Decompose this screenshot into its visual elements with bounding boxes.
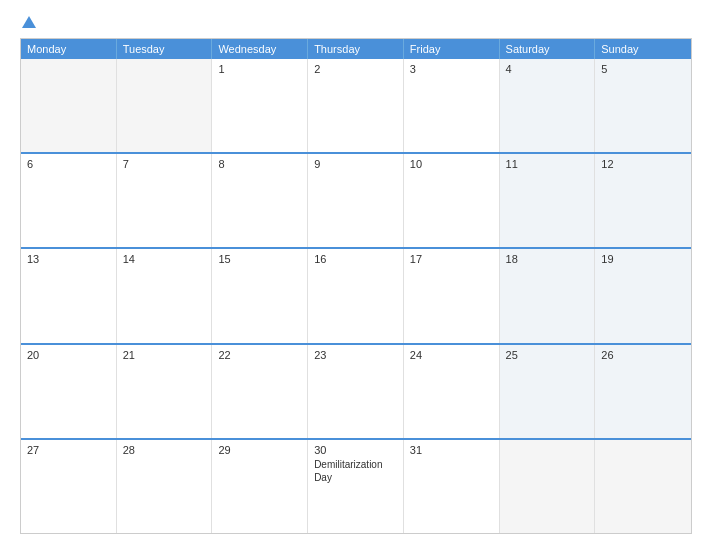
day-number: 10 [410,158,493,170]
calendar-cell: 13 [21,249,117,342]
header-day-sunday: Sunday [595,39,691,59]
calendar-cell: 25 [500,345,596,438]
day-number: 12 [601,158,685,170]
calendar-week-3: 13141516171819 [21,247,691,342]
day-number: 1 [218,63,301,75]
day-number: 29 [218,444,301,456]
day-number: 25 [506,349,589,361]
page-header [20,16,692,28]
calendar-cell: 21 [117,345,213,438]
calendar-cell: 10 [404,154,500,247]
day-number: 3 [410,63,493,75]
day-event: Demilitarization Day [314,458,397,484]
header-day-tuesday: Tuesday [117,39,213,59]
calendar-page: MondayTuesdayWednesdayThursdayFridaySatu… [0,0,712,550]
calendar-cell: 6 [21,154,117,247]
day-number: 7 [123,158,206,170]
header-day-thursday: Thursday [308,39,404,59]
day-number: 18 [506,253,589,265]
day-number: 13 [27,253,110,265]
header-day-wednesday: Wednesday [212,39,308,59]
day-number: 15 [218,253,301,265]
calendar-cell: 11 [500,154,596,247]
calendar-cell [21,59,117,152]
calendar-cell: 8 [212,154,308,247]
day-number: 8 [218,158,301,170]
day-number: 9 [314,158,397,170]
calendar-cell: 4 [500,59,596,152]
day-number: 22 [218,349,301,361]
calendar-cell: 31 [404,440,500,533]
day-number: 26 [601,349,685,361]
header-day-friday: Friday [404,39,500,59]
day-number: 5 [601,63,685,75]
calendar-cell: 15 [212,249,308,342]
calendar-cell: 3 [404,59,500,152]
day-number: 6 [27,158,110,170]
day-number: 28 [123,444,206,456]
calendar-cell: 2 [308,59,404,152]
day-number: 14 [123,253,206,265]
calendar-week-5: 27282930Demilitarization Day31 [21,438,691,533]
day-number: 24 [410,349,493,361]
calendar-cell: 1 [212,59,308,152]
calendar-cell: 16 [308,249,404,342]
day-number: 11 [506,158,589,170]
calendar-cell [595,440,691,533]
calendar-cell: 17 [404,249,500,342]
calendar-cell: 9 [308,154,404,247]
day-number: 17 [410,253,493,265]
day-number: 31 [410,444,493,456]
calendar-cell: 7 [117,154,213,247]
day-number: 19 [601,253,685,265]
calendar-week-2: 6789101112 [21,152,691,247]
calendar-cell: 23 [308,345,404,438]
day-number: 30 [314,444,397,456]
day-number: 4 [506,63,589,75]
calendar-cell: 5 [595,59,691,152]
calendar-cell [500,440,596,533]
calendar-cell: 22 [212,345,308,438]
calendar-cell: 29 [212,440,308,533]
calendar-cell: 30Demilitarization Day [308,440,404,533]
calendar-cell: 26 [595,345,691,438]
calendar-header: MondayTuesdayWednesdayThursdayFridaySatu… [21,39,691,59]
calendar-cell: 18 [500,249,596,342]
logo-triangle-icon [22,16,36,28]
calendar-cell: 19 [595,249,691,342]
calendar-cell: 20 [21,345,117,438]
day-number: 20 [27,349,110,361]
calendar-cell: 28 [117,440,213,533]
day-number: 16 [314,253,397,265]
calendar-body: 1234567891011121314151617181920212223242… [21,59,691,533]
calendar-week-4: 20212223242526 [21,343,691,438]
calendar-cell: 24 [404,345,500,438]
calendar-cell: 12 [595,154,691,247]
calendar-cell: 27 [21,440,117,533]
day-number: 21 [123,349,206,361]
calendar-week-1: 12345 [21,59,691,152]
calendar-cell [117,59,213,152]
day-number: 23 [314,349,397,361]
logo [20,16,36,28]
header-day-monday: Monday [21,39,117,59]
day-number: 27 [27,444,110,456]
calendar-cell: 14 [117,249,213,342]
header-day-saturday: Saturday [500,39,596,59]
day-number: 2 [314,63,397,75]
calendar-grid: MondayTuesdayWednesdayThursdayFridaySatu… [20,38,692,534]
